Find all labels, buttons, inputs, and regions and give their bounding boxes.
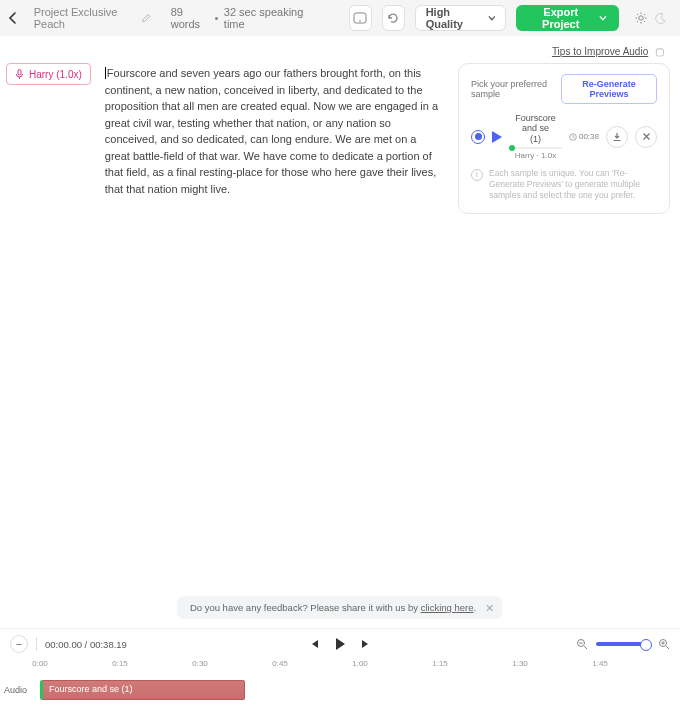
zoom-in-icon[interactable]	[658, 638, 670, 650]
prev-button[interactable]	[308, 638, 320, 650]
export-button[interactable]: Export Project	[516, 5, 619, 31]
project-stats: 89 words 32 sec speaking time	[171, 6, 313, 30]
svg-line-16	[666, 646, 669, 649]
download-button[interactable]	[606, 126, 628, 148]
refresh-icon-button[interactable]	[382, 5, 405, 31]
feedback-close-button[interactable]: ✕	[485, 601, 494, 614]
tips-row: Tips to Improve Audio ▢	[0, 36, 680, 57]
back-button[interactable]	[8, 12, 24, 24]
pick-sample-label: Pick your preferred sample	[471, 79, 561, 99]
download-icon	[612, 132, 622, 142]
sample-play-button[interactable]	[492, 131, 502, 143]
top-bar: Project Exclusive Peach 89 words 32 sec …	[0, 0, 680, 36]
chevron-down-icon	[488, 15, 496, 21]
preview-panel: Pick your preferred sample Re-Generate P…	[458, 63, 670, 214]
subtitle-icon-button[interactable]	[349, 5, 372, 31]
track-row: Audio Fourscore and se (1)	[0, 675, 680, 705]
quality-label: High Quality	[426, 6, 482, 30]
timeline-footer: − 00:00.00 / 00:38.19 0:00	[0, 628, 680, 705]
transport-bar: − 00:00.00 / 00:38.19	[0, 629, 680, 659]
sample-title: Fourscore and se	[509, 114, 562, 134]
svg-line-6	[637, 14, 638, 15]
regenerate-button[interactable]: Re-Generate Previews	[561, 74, 657, 104]
sample-duration: 00:38	[569, 132, 599, 141]
sample-subtitle: Harry · 1.0x	[509, 151, 562, 160]
tick: 1:15	[432, 659, 448, 668]
tick: 1:45	[592, 659, 608, 668]
svg-line-8	[644, 14, 645, 15]
transport-time: 00:00.00 / 00:38.19	[45, 639, 127, 650]
svg-line-9	[637, 21, 638, 22]
next-button[interactable]	[360, 638, 372, 650]
theme-toggle[interactable]	[629, 12, 672, 24]
info-note: i Each sample is unique. You can 'Re-Gen…	[471, 168, 657, 201]
sample-progress[interactable]	[509, 147, 562, 149]
sample-row: Fourscore and se (1) Harry · 1.0x 00:38	[471, 114, 657, 160]
feedback-text: Do you have any feedback? Please share i…	[190, 602, 421, 613]
zoom-slider[interactable]	[596, 642, 650, 646]
track-label: Audio	[4, 685, 36, 695]
svg-line-7	[644, 21, 645, 22]
play-button[interactable]	[334, 637, 346, 651]
discard-button[interactable]	[635, 126, 657, 148]
info-text: Each sample is unique. You can 'Re-Gener…	[489, 168, 657, 201]
speaking-time: 32 sec speaking time	[224, 6, 313, 30]
voice-tag[interactable]: Harry (1.0x)	[6, 63, 91, 85]
close-icon	[642, 132, 651, 141]
mic-icon	[15, 69, 24, 80]
voice-tag-label: Harry (1.0x)	[29, 69, 82, 80]
tick: 0:00	[32, 659, 48, 668]
sample-index: (1)	[509, 134, 562, 144]
feedback-banner: Do you have any feedback? Please share i…	[178, 597, 502, 618]
sample-radio[interactable]	[471, 130, 485, 144]
tips-link[interactable]: Tips to Improve Audio	[552, 46, 648, 57]
tick: 0:30	[192, 659, 208, 668]
sun-icon	[635, 12, 647, 24]
main-area: Harry (1.0x) Fourscore and seven years a…	[0, 57, 680, 214]
quality-selector[interactable]: High Quality	[415, 5, 507, 31]
export-label: Export Project	[528, 6, 593, 30]
timeline-ruler[interactable]: 0:00 0:15 0:30 0:45 1:00 1:15 1:30 1:45	[0, 659, 680, 675]
project-title-text: Project Exclusive Peach	[34, 6, 136, 30]
svg-rect-10	[18, 69, 21, 75]
external-icon: ▢	[655, 46, 664, 57]
project-title: Project Exclusive Peach	[34, 6, 151, 30]
moon-icon	[655, 13, 666, 24]
word-count: 89 words	[171, 6, 210, 30]
text-cursor	[105, 67, 106, 79]
zoom-collapse-button[interactable]: −	[10, 635, 28, 653]
zoom-out-icon[interactable]	[576, 638, 588, 650]
track-area[interactable]: Fourscore and se (1)	[36, 675, 680, 705]
tick: 1:30	[512, 659, 528, 668]
edit-icon[interactable]	[142, 13, 151, 23]
info-icon: i	[471, 169, 483, 181]
clock-icon	[569, 133, 577, 141]
tick: 0:15	[112, 659, 128, 668]
feedback-link[interactable]: clicking here	[421, 602, 474, 613]
sample-info: Fourscore and se (1) Harry · 1.0x	[509, 114, 562, 160]
svg-point-1	[639, 16, 643, 20]
chevron-down-icon	[599, 15, 607, 21]
tick: 1:00	[352, 659, 368, 668]
svg-line-13	[584, 646, 587, 649]
tick: 0:45	[272, 659, 288, 668]
editor-text[interactable]: Fourscore and seven years ago our father…	[101, 63, 448, 214]
audio-clip[interactable]: Fourscore and se (1)	[40, 680, 245, 700]
editor-content: Fourscore and seven years ago our father…	[105, 67, 438, 195]
